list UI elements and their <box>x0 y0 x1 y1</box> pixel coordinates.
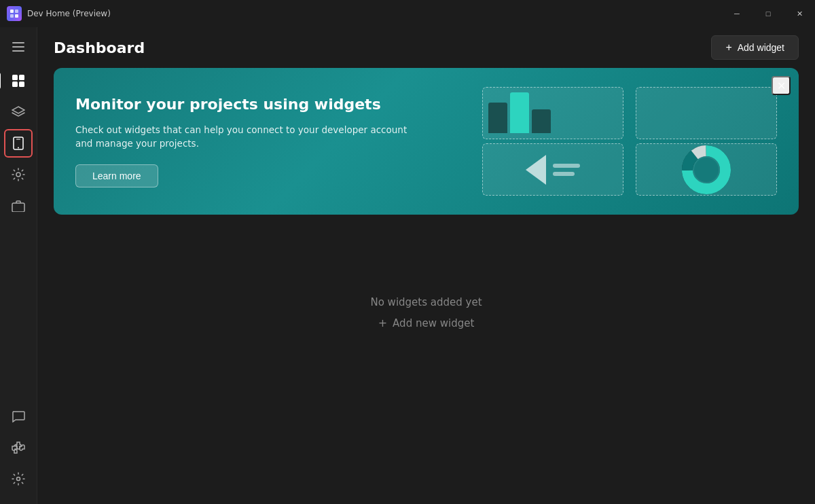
app-icon <box>7 6 22 21</box>
plus-icon-empty: + <box>378 317 387 329</box>
main-header: Dashboard + Add widget <box>37 27 815 68</box>
titlebar-controls: ─ □ ✕ <box>721 0 815 27</box>
svg-rect-2 <box>10 14 14 18</box>
add-new-widget-button[interactable]: + Add new widget <box>378 317 475 329</box>
donut-chart-svg <box>679 143 734 197</box>
banner: Monitor your projects using widgets Chec… <box>54 68 799 215</box>
svg-rect-5 <box>12 46 24 48</box>
sidebar-item-settings[interactable] <box>4 465 33 493</box>
main-content: Dashboard + Add widget Monitor your proj… <box>37 27 815 504</box>
sidebar-item-extensions[interactable] <box>4 433 33 462</box>
svg-rect-10 <box>19 82 24 87</box>
illus-widget-empty <box>636 87 777 139</box>
illus-arrow-icon <box>526 155 546 185</box>
svg-rect-6 <box>12 50 24 52</box>
page-title: Dashboard <box>54 39 145 56</box>
illus-line-1 <box>553 164 580 168</box>
content-area: Monitor your projects using widgets Chec… <box>37 68 815 504</box>
svg-rect-15 <box>12 203 24 212</box>
svg-rect-4 <box>12 42 24 43</box>
titlebar-app-name: Dev Home (Preview) <box>27 9 111 18</box>
illus-widget-arrow <box>482 143 623 196</box>
sidebar-item-layers[interactable] <box>4 98 33 126</box>
hamburger-button[interactable] <box>4 33 33 61</box>
svg-point-16 <box>17 478 20 481</box>
add-widget-button[interactable]: + Add widget <box>711 35 799 60</box>
empty-state: No widgets added yet + Add new widget <box>54 296 799 329</box>
svg-rect-8 <box>19 75 24 80</box>
minimize-button[interactable]: ─ <box>721 0 753 27</box>
svg-point-14 <box>16 173 20 177</box>
titlebar: Dev Home (Preview) ─ □ ✕ <box>0 0 815 27</box>
svg-rect-3 <box>15 14 18 18</box>
sidebar-item-projects[interactable] <box>4 192 33 220</box>
sidebar-item-configure[interactable] <box>4 160 33 189</box>
illus-widget-bar <box>482 87 623 139</box>
sidebar-item-dashboard[interactable] <box>4 67 33 95</box>
banner-illustration <box>482 87 777 196</box>
banner-content: Monitor your projects using widgets Chec… <box>75 95 461 187</box>
illus-line-2 <box>553 172 575 176</box>
illus-widget-donut <box>636 143 777 196</box>
illus-lines <box>553 164 580 176</box>
sidebar-top <box>4 67 33 402</box>
svg-rect-7 <box>12 75 18 80</box>
add-widget-label: Add widget <box>738 42 784 53</box>
banner-close-button[interactable]: ✕ <box>772 76 791 95</box>
titlebar-left: Dev Home (Preview) <box>7 6 111 21</box>
svg-rect-9 <box>12 82 18 87</box>
sidebar-item-device[interactable] <box>4 129 33 158</box>
app-body: Dashboard + Add widget Monitor your proj… <box>0 27 815 504</box>
svg-rect-13 <box>16 139 20 140</box>
maximize-button[interactable]: □ <box>753 0 784 27</box>
svg-rect-1 <box>15 10 18 13</box>
sidebar-bottom <box>4 402 33 499</box>
sidebar <box>0 27 37 504</box>
svg-rect-0 <box>10 10 14 13</box>
plus-icon: + <box>725 41 731 54</box>
learn-more-button[interactable]: Learn more <box>75 164 158 187</box>
banner-description: Check out widgets that can help you conn… <box>75 123 415 151</box>
svg-point-21 <box>694 158 719 182</box>
add-new-widget-label: Add new widget <box>393 317 474 329</box>
sidebar-item-feedback[interactable] <box>4 402 33 431</box>
banner-title: Monitor your projects using widgets <box>75 95 461 115</box>
empty-state-text: No widgets added yet <box>370 296 482 308</box>
illustration-container <box>482 87 777 196</box>
close-button[interactable]: ✕ <box>784 0 815 27</box>
svg-point-12 <box>18 147 19 149</box>
